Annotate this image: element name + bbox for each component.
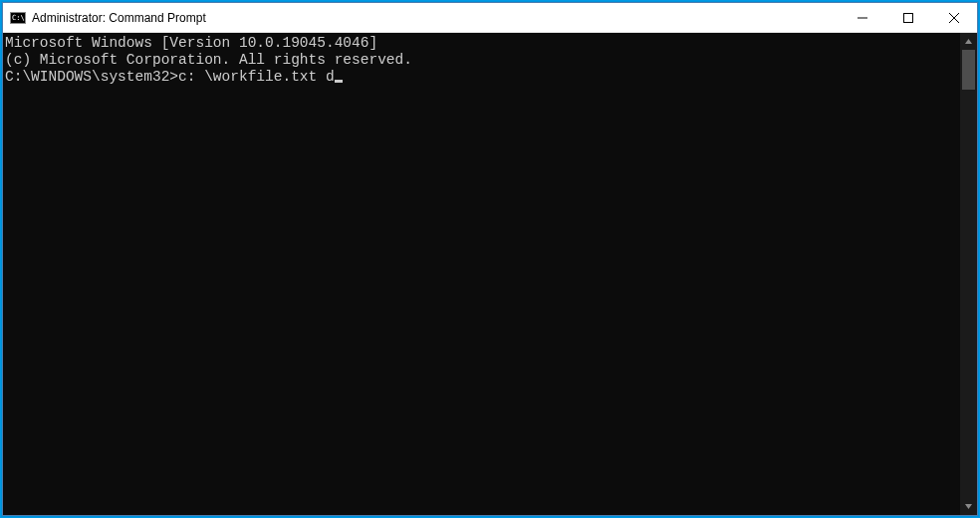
- svg-rect-3: [904, 13, 913, 22]
- svg-marker-6: [965, 39, 972, 44]
- terminal-line: Microsoft Windows [Version 10.0.19045.40…: [5, 35, 960, 52]
- minimize-button[interactable]: [840, 3, 885, 33]
- scroll-down-button[interactable]: [960, 498, 977, 515]
- client-area: Microsoft Windows [Version 10.0.19045.40…: [3, 33, 977, 515]
- terminal-cursor: [335, 80, 343, 83]
- scrollbar-track[interactable]: [960, 50, 977, 498]
- terminal-prompt: C:\WINDOWS\system32>: [5, 69, 178, 85]
- terminal-line: (c) Microsoft Corporation. All rights re…: [5, 52, 960, 69]
- maximize-button[interactable]: [885, 3, 931, 33]
- terminal-prompt-line: C:\WINDOWS\system32>c: \workfile.txt d: [5, 69, 960, 86]
- desktop: C:\ Administrator: Command Prompt Micros…: [0, 0, 980, 518]
- scrollbar-thumb[interactable]: [962, 50, 975, 90]
- command-prompt-window: C:\ Administrator: Command Prompt Micros…: [2, 2, 978, 516]
- cmd-icon: C:\: [10, 10, 26, 26]
- vertical-scrollbar[interactable]: [960, 33, 977, 515]
- svg-text:C:\: C:\: [12, 14, 25, 22]
- titlebar[interactable]: C:\ Administrator: Command Prompt: [3, 3, 977, 33]
- close-button[interactable]: [931, 3, 977, 33]
- svg-marker-7: [965, 504, 972, 509]
- scroll-up-button[interactable]: [960, 33, 977, 50]
- window-title: Administrator: Command Prompt: [32, 11, 206, 25]
- terminal[interactable]: Microsoft Windows [Version 10.0.19045.40…: [3, 33, 960, 515]
- terminal-input: c: \workfile.txt d: [178, 69, 335, 85]
